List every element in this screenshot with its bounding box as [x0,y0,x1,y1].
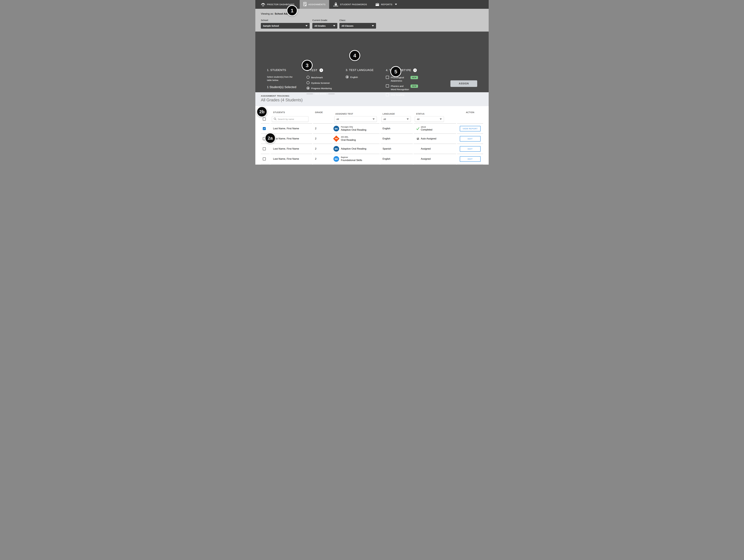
edit-button[interactable]: EDIT [460,146,481,152]
col-header-students: STUDENTS [270,111,312,114]
student-name: Last Name, First Name [270,144,312,154]
col-header-assigned-test: ASSIGNED TEST [333,113,380,115]
col-header-status: STATUS [414,113,456,115]
edit-button[interactable]: EDIT [460,136,481,142]
language-filter-dropdown[interactable]: All [381,116,411,122]
row-checkbox-checked[interactable] [263,127,266,130]
student-name: Last Name, First Name [270,134,312,144]
auto-assigned-repeat-icon [416,137,420,140]
search-icon [274,117,276,121]
row-checkbox[interactable] [263,157,266,160]
table-row: Last Name, First Name 2 BK Adaptive Oral… [261,144,483,154]
grade-filter-group: Current Grade: All Grades [312,19,337,29]
select-all-checkbox[interactable] [263,118,266,120]
student-grade: 2 [313,124,333,134]
test-badge-bk: BK [333,126,339,132]
search-input[interactable] [278,118,307,120]
radio-icon [306,76,309,79]
radio-progress-monitoring[interactable]: Progress Monitoring [306,87,338,90]
tracking-title: All Grades (4 Students) [261,98,489,102]
chevron-down-icon [440,118,442,120]
step-students-description: Select student(s) from the table below. [267,75,293,82]
status-label: Assigned [421,158,431,160]
row-language: English [380,124,413,134]
test-title: Foundational Skills [341,159,362,162]
radio-selected-icon [346,75,349,78]
grade-dropdown[interactable]: All Grades [312,23,337,29]
completed-check-icon [416,127,420,130]
see-more-link[interactable]: SEE MORE [306,93,338,95]
test-badge-bk: BK [333,146,339,152]
row-checkbox[interactable] [263,147,266,150]
col-header-action: ACTION [466,111,474,114]
students-selected-count: 1 Student(s) Selected [267,85,298,89]
nav-assignments[interactable]: ASSIGNMENTS [300,0,329,9]
step-test: 2. TEST ? Benchmark Dyslexia Screener Pr… [306,69,338,95]
test-subtitle: 300-390L [341,136,356,138]
test-help-icon[interactable]: ? [320,69,323,72]
school-dropdown-value: Sample School [263,25,279,27]
search-box [272,116,308,122]
class-dropdown-value: All Classes [341,25,354,27]
nav-student-passwords[interactable]: ✱✱✱✱ STUDENT PASSWORDS [329,0,371,9]
step-test-language-title: 3. TEST LANGUAGE [346,69,375,72]
checkbox-phonological-awareness[interactable]: Phonological Awareness NEW [386,76,429,82]
status-label: Assigned [421,147,431,150]
tracking-label: ASSIGNMENT TRACKING: [261,95,489,97]
student-name: Last Name, First Name [270,154,312,164]
chevron-down-icon [305,25,307,27]
assignment-table: STUDENTS GRADE ASSIGNED TEST LANGUAGE ST… [255,106,489,164]
callout-badge-1: 1 [287,5,298,16]
student-grade: 2 [313,144,333,154]
table-row: Last Name, First Name 2 BK Passages Only… [261,124,483,134]
divider [306,94,313,94]
class-dropdown[interactable]: All Classes [339,23,376,29]
nav-student-passwords-label: STUDENT PASSWORDS [340,3,367,6]
test-badge-bk: BK [333,156,339,162]
checkbox-oral-reading[interactable]: Oral Reading [386,93,429,97]
assignment-clipboard-icon [303,2,307,7]
checkbox-phonics-word-recognition[interactable]: Phonics and Word Recognition NEW [386,84,429,91]
divider [328,94,335,94]
callout-badge-5: 5 [390,66,401,77]
assigned-test-filter-dropdown[interactable]: All [334,116,377,122]
callout-badge-3: 3 [302,60,312,71]
callout-badge-4: 4 [349,50,360,61]
step-students: 1. STUDENTS Select student(s) from the t… [267,69,298,89]
assign-button[interactable]: ASSIGN [450,80,477,87]
assign-panel: 1. STUDENTS Select student(s) from the t… [255,32,489,92]
radio-benchmark[interactable]: Benchmark [306,76,338,79]
chevron-down-icon [373,118,375,120]
radio-icon [306,81,309,84]
reports-caret-icon [395,4,397,5]
nav-reports[interactable]: REPORTS [371,0,401,9]
subtype-help-icon[interactable]: ? [413,69,417,72]
new-badge: NEW [411,76,418,79]
table-filter-row: All All All [261,115,483,124]
school-dropdown[interactable]: Sample School [261,23,310,29]
test-subtitle: Beginner [341,156,362,158]
step-test-language: 3. TEST LANGUAGE English [346,69,375,81]
row-language: English [380,134,413,144]
table-header-row: STUDENTS GRADE ASSIGNED TEST LANGUAGE ST… [261,106,483,115]
chevron-down-icon [333,25,335,27]
status-filter-dropdown[interactable]: All [415,116,444,122]
lock-icon: ✱✱✱✱ [333,2,338,6]
radio-dyslexia-screener[interactable]: Dyslexia Screener [306,81,338,85]
nav-reports-label: REPORTS [381,3,392,6]
radio-english[interactable]: English [346,75,375,79]
test-title: Adaptive Oral Reading [341,147,366,150]
school-filter-label: School: [261,19,310,22]
test-title: Adaptive Oral Reading [341,128,366,132]
assignment-tracking-header: ASSIGNMENT TRACKING: All Grades (4 Stude… [255,92,489,106]
checkbox-icon [386,84,389,87]
edit-button[interactable]: EDIT [460,156,481,162]
view-report-button[interactable]: VIEW REPORT [460,126,481,132]
test-title: Oral Reading [341,139,356,142]
status-label: Auto-Assigned [421,137,436,140]
checkbox-icon [386,93,389,96]
student-grade: 2 [313,134,333,144]
grade-filter-label: Current Grade: [312,19,337,22]
class-filter-group: Class: All Classes [339,19,376,29]
test-badge-pm: PM [333,136,339,142]
